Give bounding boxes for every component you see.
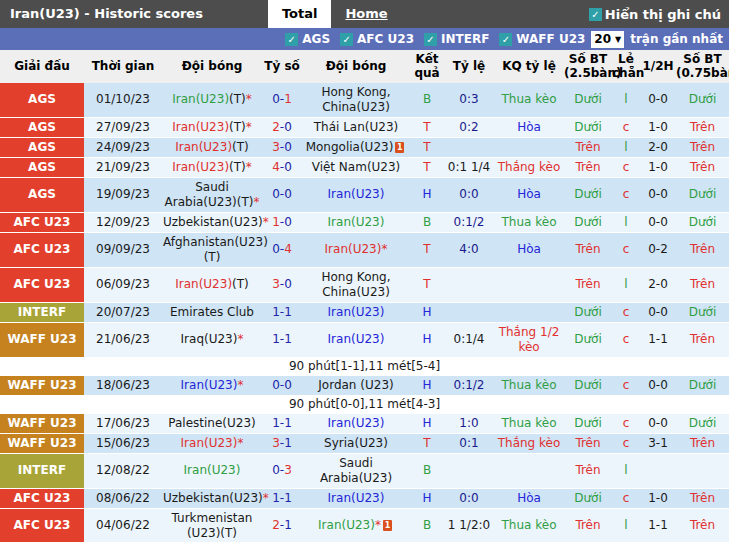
column-header-1: Thời gian [84, 50, 162, 83]
home-team-cell: Iran(U23)(T) [162, 137, 262, 157]
asterisk-marker: * [246, 92, 252, 106]
odd-even-cell: c [612, 232, 640, 267]
asterisk-marker: * [253, 195, 259, 209]
home-team-cell: Iran(U23)* [162, 375, 262, 395]
checkbox-checked-icon[interactable]: ✓ [285, 33, 298, 46]
half-time-cell: 0-0 [640, 83, 676, 118]
away-score: 1 [284, 518, 292, 532]
asterisk-marker: * [237, 436, 243, 450]
recent-count-select[interactable]: 20 ▼ [591, 31, 624, 48]
team-name: Thái Lan(U23) [314, 120, 399, 134]
checkbox-checked-icon[interactable]: ✓ [340, 33, 353, 46]
odds-result-cell: Thua kèo [494, 413, 564, 433]
away-score: 0 [284, 140, 292, 154]
asterisk-marker: * [237, 378, 243, 392]
date-cell: 18/06/23 [84, 375, 162, 395]
odds-cell: 0:1/2 [444, 375, 494, 395]
asterisk-marker: * [263, 491, 269, 505]
goals-075-cell: Dưới [676, 177, 729, 212]
result-cell: B [410, 508, 444, 542]
filter-checkbox-interf[interactable]: ✓INTERF [424, 32, 489, 46]
team-name: Hong Kong, China(U23) [321, 85, 390, 114]
column-header-4: Đội bóng [302, 50, 410, 83]
filter-label: WAFF U23 [516, 32, 585, 46]
team-name: Turkmenistan (U23) [172, 511, 253, 540]
odds-cell: 0:1 [444, 433, 494, 453]
team-name: Việt Nam(U23) [312, 160, 401, 174]
table-row: WAFF U2318/06/23Iran(U23)*0-0Jordan (U23… [0, 375, 729, 395]
filter-label: AGS [302, 32, 330, 46]
asterisk-marker: * [381, 242, 387, 256]
filter-bar: ✓AGS✓AFC U23✓INTERF✓WAFF U23 20 ▼ trận g… [0, 28, 729, 50]
away-score: 0 [284, 187, 292, 201]
half-time-cell: 0-0 [640, 302, 676, 322]
result-cell: H [410, 375, 444, 395]
checkbox-checked-icon[interactable]: ✓ [424, 33, 437, 46]
date-cell: 06/09/23 [84, 267, 162, 302]
score-cell: 4-0 [262, 157, 302, 177]
filter-label: INTERF [441, 32, 489, 46]
away-team-cell: Thái Lan(U23) [302, 117, 410, 137]
score-cell: 1-1 [262, 322, 302, 357]
odd-even-cell: l [612, 508, 640, 542]
team-name: Saudi Arabia(U23) [165, 180, 237, 209]
odds-cell: 1:0 [444, 413, 494, 433]
home-score: 0 [272, 463, 280, 477]
odd-even-cell: c [612, 413, 640, 433]
odds-cell: 4:0 [444, 232, 494, 267]
date-cell: 12/08/22 [84, 453, 162, 488]
away-team-cell: Mongolia(U23)1 [302, 137, 410, 157]
tab-home[interactable]: Home [331, 0, 401, 28]
half-time-cell: 3-1 [640, 433, 676, 453]
goals-25-cell: Dưới [564, 375, 612, 395]
filter-checkbox-afc-u23[interactable]: ✓AFC U23 [340, 32, 414, 46]
half-time-cell: 0-0 [640, 375, 676, 395]
odds-cell: 0:3 [444, 83, 494, 118]
goals-075-cell: Dưới [676, 413, 729, 433]
title-bar: Iran(U23) - Historic scores Total Home ✓… [0, 0, 729, 28]
home-score: 3 [272, 140, 280, 154]
away-team-cell: Jordan (U23) [302, 375, 410, 395]
asterisk-marker: * [237, 332, 243, 346]
team-name: Iran(U23) [181, 436, 238, 450]
odds-result-cell: Hòa [494, 232, 564, 267]
odds-result-cell [494, 267, 564, 302]
team-name: Iran(U23) [175, 277, 232, 291]
result-cell: T [410, 433, 444, 453]
home-score: 3 [272, 277, 280, 291]
half-time-cell: 0-0 [640, 212, 676, 232]
away-score: 4 [284, 242, 292, 256]
league-cell: AFC U23 [0, 212, 84, 232]
date-cell: 21/06/23 [84, 322, 162, 357]
score-cell: 0-4 [262, 232, 302, 267]
goals-25-cell: Dưới [564, 83, 612, 118]
table-row: INTERF20/07/23Emirates Club1-1Iran(U23)H… [0, 302, 729, 322]
odd-even-cell: l [612, 212, 640, 232]
odds-cell: 0:1/2 [444, 212, 494, 232]
team-name: Palestine(U23) [168, 416, 255, 430]
date-cell: 21/09/23 [84, 157, 162, 177]
goals-075-cell: Trên [676, 232, 729, 267]
checkbox-checked-icon[interactable]: ✓ [589, 8, 602, 21]
odds-cell: 0:0 [444, 177, 494, 212]
filter-checkbox-waff-u23[interactable]: ✓WAFF U23 [499, 32, 585, 46]
filter-checkbox-ags[interactable]: ✓AGS [285, 32, 330, 46]
home-team-cell: Iran(U23)(T)* [162, 157, 262, 177]
result-cell: H [410, 413, 444, 433]
league-cell: WAFF U23 [0, 413, 84, 433]
home-team-cell: Emirates Club [162, 302, 262, 322]
odds-result-cell: Thắng kèo [494, 433, 564, 453]
goals-075-cell: Trên [676, 267, 729, 302]
penalty-note-text: 90 phút[0-0],11 mét[4-3] [0, 395, 729, 413]
home-team-cell: Iran(U23)(T)* [162, 117, 262, 137]
away-team-cell: Iran(U23) [302, 212, 410, 232]
home-team-cell: Iran(U23)(T)* [162, 83, 262, 118]
league-cell: AFC U23 [0, 232, 84, 267]
table-row: AFC U2306/09/23Iran(U23)(T)3-0Hong Kong,… [0, 267, 729, 302]
odds-cell [444, 137, 494, 157]
show-notes-toggle[interactable]: ✓ Hiển thị ghi chú [589, 0, 729, 28]
score-cell: 0-0 [262, 375, 302, 395]
tab-total[interactable]: Total [268, 0, 332, 28]
column-header-7: KQ tỷ lệ [494, 50, 564, 83]
checkbox-checked-icon[interactable]: ✓ [499, 33, 512, 46]
